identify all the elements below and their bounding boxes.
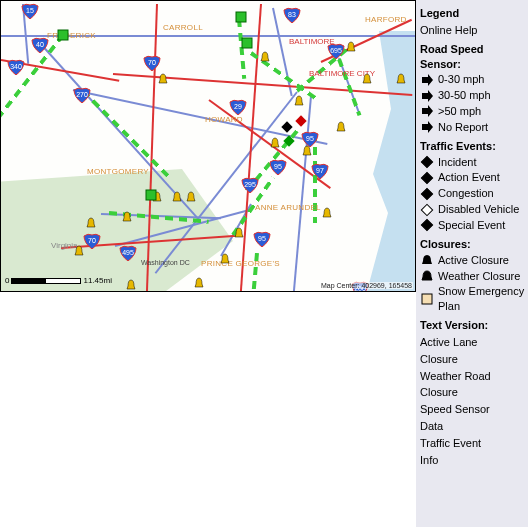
legend-event-label: Disabled Vehicle (438, 202, 526, 217)
incident-marker[interactable] (295, 115, 307, 127)
closure-marker[interactable] (85, 217, 97, 229)
closure-marker[interactable] (345, 41, 357, 53)
traffic-map[interactable]: FREDERICKCARROLLHARFORDHOWARDMONTGOMERYA… (0, 0, 416, 292)
interstate-shield: 70 (143, 55, 161, 71)
closures-title: Closures: (420, 237, 526, 252)
legend-event-label: Special Event (438, 218, 526, 233)
svg-rect-32 (422, 294, 432, 304)
closure-marker[interactable] (293, 95, 305, 107)
interstate-shield: 70 (83, 233, 101, 249)
svg-rect-30 (421, 204, 432, 215)
interstate-shield: 695 (327, 43, 345, 59)
arrow-icon (420, 73, 434, 87)
county-label: FREDERICK (47, 31, 96, 40)
interstate-shield: 29 (229, 99, 247, 115)
closure-marker[interactable] (395, 73, 407, 85)
sensor-marker[interactable] (57, 29, 69, 41)
svg-text:95: 95 (306, 135, 314, 142)
svg-rect-29 (421, 188, 432, 199)
sensor-marker[interactable] (241, 37, 253, 49)
closure-marker[interactable] (157, 73, 169, 85)
text-version-link[interactable]: Closure (420, 385, 526, 400)
svg-marker-25 (422, 105, 433, 117)
closure-marker[interactable] (335, 121, 347, 133)
svg-rect-18 (283, 135, 294, 146)
interstate-shield: 83 (283, 7, 301, 23)
closure-icon (420, 269, 434, 283)
text-version-link[interactable]: Data (420, 419, 526, 434)
text-version-link[interactable]: Weather Road (420, 369, 526, 384)
svg-text:495: 495 (122, 249, 134, 256)
interstate-shield: 270 (73, 87, 91, 103)
closure-marker[interactable] (171, 191, 183, 203)
svg-rect-31 (421, 220, 432, 231)
diamond-icon (420, 155, 434, 169)
interstate-shield: 15 (21, 3, 39, 19)
traffic-events-title: Traffic Events: (420, 139, 526, 154)
map-credit: Map Center: 402969, 165458 (320, 282, 413, 289)
legend-event-item: Congestion (420, 186, 526, 201)
closure-marker[interactable] (185, 191, 197, 203)
speed-sensor-title: Road Speed Sensor: (420, 42, 526, 72)
scale-distance: 11.45mi (83, 276, 111, 285)
closure-marker[interactable] (125, 279, 137, 291)
incident-marker[interactable] (281, 121, 293, 133)
county-label: HOWARD (205, 115, 243, 124)
county-label: ANNE ARUNDEL (255, 203, 321, 212)
legend-speed-item: 30-50 mph (420, 88, 526, 103)
diamond-icon (420, 171, 434, 185)
interstate-shield: 40 (31, 37, 49, 53)
text-version-title: Text Version: (420, 318, 526, 333)
svg-rect-22 (242, 38, 252, 48)
svg-rect-16 (295, 115, 306, 126)
scale-bar: 0 11.45mi (5, 276, 112, 285)
svg-marker-24 (422, 90, 433, 102)
closure-marker[interactable] (361, 73, 373, 85)
svg-text:695: 695 (330, 47, 342, 54)
legend-event-item: Incident (420, 155, 526, 170)
svg-rect-21 (236, 12, 246, 22)
legend-closure-item: Snow Emergency Plan (420, 284, 526, 314)
text-version-link[interactable]: Closure (420, 352, 526, 367)
legend-speed-label: No Report (438, 120, 526, 135)
text-version-link[interactable]: Active Lane (420, 335, 526, 350)
legend-panel: Legend Online Help Road Speed Sensor: 0-… (416, 0, 528, 527)
closure-marker[interactable] (219, 253, 231, 265)
legend-speed-label: >50 mph (438, 104, 526, 119)
svg-rect-28 (421, 172, 432, 183)
text-version-link[interactable]: Traffic Event (420, 436, 526, 451)
svg-rect-17 (281, 121, 292, 132)
svg-text:29: 29 (234, 103, 242, 110)
svg-text:295: 295 (244, 181, 256, 188)
legend-closure-item: Weather Closure (420, 269, 526, 284)
legend-event-item: Special Event (420, 218, 526, 233)
county-label: PRINCE GEORGE'S (201, 259, 280, 268)
interstate-shield: 340 (7, 59, 25, 75)
closure-marker[interactable] (121, 211, 133, 223)
svg-text:270: 270 (76, 91, 88, 98)
text-version-link[interactable]: Info (420, 453, 526, 468)
svg-text:83: 83 (288, 11, 296, 18)
closure-marker[interactable] (73, 245, 85, 257)
closure-marker[interactable] (193, 277, 205, 289)
closure-marker[interactable] (233, 227, 245, 239)
county-label: CARROLL (163, 23, 203, 32)
svg-text:70: 70 (88, 237, 96, 244)
closure-marker[interactable] (321, 207, 333, 219)
legend-speed-label: 30-50 mph (438, 88, 526, 103)
sensor-marker[interactable] (235, 11, 247, 23)
interstate-shield: 495 (119, 245, 137, 261)
text-version-link[interactable]: Speed Sensor (420, 402, 526, 417)
closure-marker[interactable] (269, 137, 281, 149)
closure-marker[interactable] (259, 51, 271, 63)
svg-text:15: 15 (26, 7, 34, 14)
closure-marker[interactable] (301, 145, 313, 157)
incident-marker[interactable] (283, 135, 295, 147)
legend-closure-label: Snow Emergency Plan (438, 284, 526, 314)
svg-text:95: 95 (274, 163, 282, 170)
svg-marker-23 (422, 74, 433, 86)
online-help-link[interactable]: Online Help (420, 23, 526, 38)
sensor-marker[interactable] (145, 189, 157, 201)
legend-speed-item: 0-30 mph (420, 72, 526, 87)
legend-title: Legend (420, 6, 526, 21)
